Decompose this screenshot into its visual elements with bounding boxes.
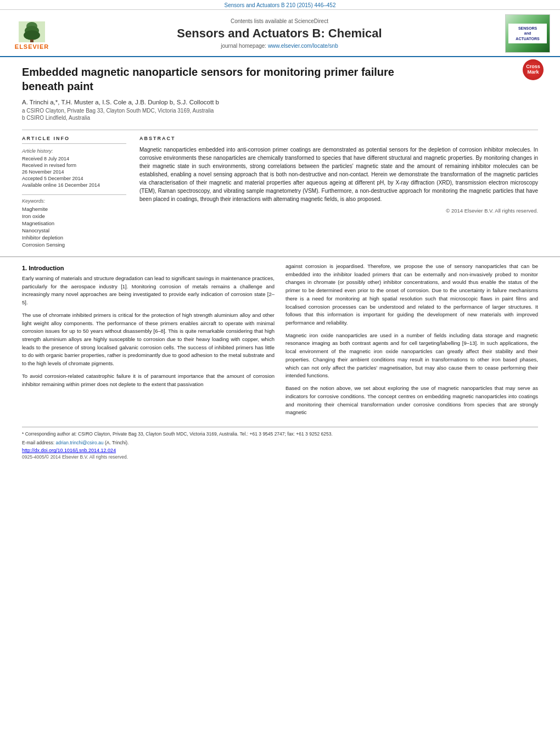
corresponding-author: * Corresponding author at: CSIRO Clayton… xyxy=(22,431,538,438)
intro-para-2: The use of chromate inhibited primers is… xyxy=(22,311,275,368)
top-bar: Sensors and Actuators B 210 (2015) 446–4… xyxy=(0,0,560,10)
sensors-actuators-logo: SENSORSandACTUATORS xyxy=(505,14,550,53)
article-info-heading: ARTICLE INFO xyxy=(22,136,126,144)
affiliation-b: b CSIRO Lindfield, Australia xyxy=(22,115,538,121)
contents-line: Contents lists available at ScienceDirec… xyxy=(54,18,505,24)
sensors-logo-text: SENSORSandACTUATORS xyxy=(509,26,546,41)
right-column: against corrosion is jeopardised. Theref… xyxy=(285,263,538,421)
svg-rect-4 xyxy=(30,40,33,42)
doi-line: http://dx.doi.org/10.1016/j.snb.2014.12.… xyxy=(22,448,538,453)
history-received: Received 8 July 2014 xyxy=(22,156,126,161)
kw-magnetisation: Magnetisation xyxy=(22,220,126,226)
elsevier-label: ELSEVIER xyxy=(15,43,49,50)
elsevier-logo: ELSEVIER xyxy=(10,17,54,50)
crossmark-badge: CrossMark xyxy=(523,59,544,80)
email-line: E-mail address: adrian.trinchi@csiro.au … xyxy=(22,439,538,447)
history-revised-label: Received in revised form xyxy=(22,163,126,168)
journal-name: Sensors and Actuators B: Chemical xyxy=(54,26,505,41)
crossmark-badge-container: CrossMark xyxy=(523,59,544,80)
main-body: 1. Introduction Early warning of materia… xyxy=(0,256,560,427)
right-para-1: against corrosion is jeopardised. Theref… xyxy=(285,263,538,327)
history-online: Available online 16 December 2014 xyxy=(22,182,126,188)
doi-link[interactable]: http://dx.doi.org/10.1016/j.snb.2014.12.… xyxy=(22,448,116,453)
kw-maghemite: Maghemite xyxy=(22,206,126,212)
history-accepted: Accepted 5 December 2014 xyxy=(22,176,126,181)
kw-iron-oxide: Iron oxide xyxy=(22,213,126,219)
keywords-label: Keywords: xyxy=(22,198,126,204)
article-info-abstract: ARTICLE INFO Article history: Received 8… xyxy=(22,130,538,249)
email-link[interactable]: adrian.trinchi@csiro.au xyxy=(55,440,103,445)
issn-line: 0925-4005/© 2014 Elsevier B.V. All right… xyxy=(22,454,538,460)
journal-reference: Sensors and Actuators B 210 (2015) 446–4… xyxy=(225,2,336,8)
left-column: 1. Introduction Early warning of materia… xyxy=(22,263,275,421)
kw-nanocrystal: Nanocrystal xyxy=(22,227,126,233)
kw-inhibitor-depletion: Inhibitor depletion xyxy=(22,235,126,241)
right-para-2: Magnetic iron oxide nanoparticles are us… xyxy=(285,332,538,380)
abstract-text: Magnetic nanoparticles embedded into ant… xyxy=(139,146,538,203)
affiliation-a: a CSIRO Clayton, Private Bag 33, Clayton… xyxy=(22,108,538,114)
footnote-area: * Corresponding author at: CSIRO Clayton… xyxy=(22,427,538,464)
history-revised-date: 26 November 2014 xyxy=(22,169,126,175)
elsevier-tree-image xyxy=(19,21,45,42)
homepage-link[interactable]: www.elsevier.com/locate/snb xyxy=(268,43,338,49)
kw-corrosion-sensing: Corrosion Sensing xyxy=(22,242,126,248)
journal-homepage: journal homepage: www.elsevier.com/locat… xyxy=(54,43,505,49)
intro-para-3: To avoid corrosion-related catastrophic … xyxy=(22,372,275,388)
right-para-3: Based on the notion above, we set about … xyxy=(285,384,538,417)
abstract-section: ABSTRACT Magnetic nanoparticles embedded… xyxy=(139,136,538,249)
abstract-heading: ABSTRACT xyxy=(139,136,538,141)
journal-header: ELSEVIER Contents lists available at Sci… xyxy=(0,10,560,57)
article-info-panel: ARTICLE INFO Article history: Received 8… xyxy=(22,136,126,249)
history-label: Article history: xyxy=(22,148,126,154)
article-title: Embedded magnetic nanoparticle sensors f… xyxy=(22,65,406,93)
svg-point-3 xyxy=(24,30,40,40)
authors: A. Trinchi a,*, T.H. Muster a, I.S. Cole… xyxy=(22,99,538,105)
crossmark-icon: CrossMark xyxy=(526,64,540,75)
article-area: Embedded magnetic nanoparticle sensors f… xyxy=(0,57,560,254)
keywords-section: Keywords: Maghemite Iron oxide Magnetisa… xyxy=(22,194,126,248)
intro-section-title: 1. Introduction xyxy=(22,265,275,271)
intro-para-1: Early warning of materials and structure… xyxy=(22,275,275,307)
journal-title-center: Contents lists available at ScienceDirec… xyxy=(54,18,505,49)
abstract-copyright: © 2014 Elsevier B.V. All rights reserved… xyxy=(139,208,538,214)
sensors-logo-inner: SENSORSandACTUATORS xyxy=(508,24,547,43)
